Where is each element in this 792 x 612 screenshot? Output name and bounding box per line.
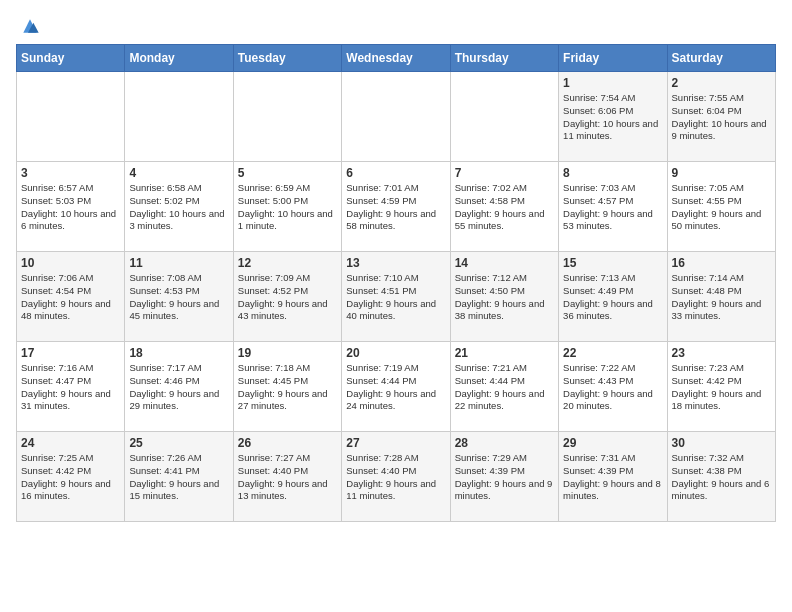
day-header-wednesday: Wednesday (342, 45, 450, 72)
day-number: 21 (455, 346, 554, 360)
day-info: Sunrise: 7:18 AM Sunset: 4:45 PM Dayligh… (238, 362, 337, 413)
day-number: 19 (238, 346, 337, 360)
day-cell: 22Sunrise: 7:22 AM Sunset: 4:43 PM Dayli… (559, 342, 667, 432)
day-info: Sunrise: 7:27 AM Sunset: 4:40 PM Dayligh… (238, 452, 337, 503)
week-row-3: 10Sunrise: 7:06 AM Sunset: 4:54 PM Dayli… (17, 252, 776, 342)
day-number: 30 (672, 436, 771, 450)
day-info: Sunrise: 7:32 AM Sunset: 4:38 PM Dayligh… (672, 452, 771, 503)
day-info: Sunrise: 7:10 AM Sunset: 4:51 PM Dayligh… (346, 272, 445, 323)
logo (16, 16, 40, 36)
day-info: Sunrise: 7:55 AM Sunset: 6:04 PM Dayligh… (672, 92, 771, 143)
calendar-header-row: SundayMondayTuesdayWednesdayThursdayFrid… (17, 45, 776, 72)
day-info: Sunrise: 7:29 AM Sunset: 4:39 PM Dayligh… (455, 452, 554, 503)
day-cell: 25Sunrise: 7:26 AM Sunset: 4:41 PM Dayli… (125, 432, 233, 522)
day-cell: 27Sunrise: 7:28 AM Sunset: 4:40 PM Dayli… (342, 432, 450, 522)
day-cell: 16Sunrise: 7:14 AM Sunset: 4:48 PM Dayli… (667, 252, 775, 342)
day-info: Sunrise: 6:58 AM Sunset: 5:02 PM Dayligh… (129, 182, 228, 233)
day-cell: 9Sunrise: 7:05 AM Sunset: 4:55 PM Daylig… (667, 162, 775, 252)
day-header-sunday: Sunday (17, 45, 125, 72)
day-info: Sunrise: 7:23 AM Sunset: 4:42 PM Dayligh… (672, 362, 771, 413)
day-header-thursday: Thursday (450, 45, 558, 72)
day-number: 16 (672, 256, 771, 270)
day-cell: 15Sunrise: 7:13 AM Sunset: 4:49 PM Dayli… (559, 252, 667, 342)
day-info: Sunrise: 7:08 AM Sunset: 4:53 PM Dayligh… (129, 272, 228, 323)
day-info: Sunrise: 7:22 AM Sunset: 4:43 PM Dayligh… (563, 362, 662, 413)
day-number: 10 (21, 256, 120, 270)
week-row-1: 1Sunrise: 7:54 AM Sunset: 6:06 PM Daylig… (17, 72, 776, 162)
day-cell: 7Sunrise: 7:02 AM Sunset: 4:58 PM Daylig… (450, 162, 558, 252)
day-cell: 10Sunrise: 7:06 AM Sunset: 4:54 PM Dayli… (17, 252, 125, 342)
day-info: Sunrise: 7:26 AM Sunset: 4:41 PM Dayligh… (129, 452, 228, 503)
day-cell (233, 72, 341, 162)
day-number: 25 (129, 436, 228, 450)
day-cell: 14Sunrise: 7:12 AM Sunset: 4:50 PM Dayli… (450, 252, 558, 342)
day-cell: 12Sunrise: 7:09 AM Sunset: 4:52 PM Dayli… (233, 252, 341, 342)
day-number: 14 (455, 256, 554, 270)
day-number: 28 (455, 436, 554, 450)
day-info: Sunrise: 7:13 AM Sunset: 4:49 PM Dayligh… (563, 272, 662, 323)
day-number: 13 (346, 256, 445, 270)
day-number: 2 (672, 76, 771, 90)
day-info: Sunrise: 7:14 AM Sunset: 4:48 PM Dayligh… (672, 272, 771, 323)
day-cell: 6Sunrise: 7:01 AM Sunset: 4:59 PM Daylig… (342, 162, 450, 252)
day-number: 6 (346, 166, 445, 180)
day-cell: 19Sunrise: 7:18 AM Sunset: 4:45 PM Dayli… (233, 342, 341, 432)
day-info: Sunrise: 7:06 AM Sunset: 4:54 PM Dayligh… (21, 272, 120, 323)
day-cell: 11Sunrise: 7:08 AM Sunset: 4:53 PM Dayli… (125, 252, 233, 342)
day-number: 24 (21, 436, 120, 450)
day-number: 4 (129, 166, 228, 180)
day-cell (17, 72, 125, 162)
day-number: 7 (455, 166, 554, 180)
day-number: 11 (129, 256, 228, 270)
day-number: 3 (21, 166, 120, 180)
day-number: 17 (21, 346, 120, 360)
day-number: 8 (563, 166, 662, 180)
day-info: Sunrise: 7:28 AM Sunset: 4:40 PM Dayligh… (346, 452, 445, 503)
day-number: 29 (563, 436, 662, 450)
day-info: Sunrise: 7:12 AM Sunset: 4:50 PM Dayligh… (455, 272, 554, 323)
day-number: 1 (563, 76, 662, 90)
day-info: Sunrise: 7:09 AM Sunset: 4:52 PM Dayligh… (238, 272, 337, 323)
day-cell: 20Sunrise: 7:19 AM Sunset: 4:44 PM Dayli… (342, 342, 450, 432)
day-cell (342, 72, 450, 162)
day-info: Sunrise: 7:31 AM Sunset: 4:39 PM Dayligh… (563, 452, 662, 503)
day-cell: 24Sunrise: 7:25 AM Sunset: 4:42 PM Dayli… (17, 432, 125, 522)
day-header-friday: Friday (559, 45, 667, 72)
day-number: 9 (672, 166, 771, 180)
day-cell: 21Sunrise: 7:21 AM Sunset: 4:44 PM Dayli… (450, 342, 558, 432)
day-number: 22 (563, 346, 662, 360)
day-header-tuesday: Tuesday (233, 45, 341, 72)
day-cell: 5Sunrise: 6:59 AM Sunset: 5:00 PM Daylig… (233, 162, 341, 252)
day-cell: 18Sunrise: 7:17 AM Sunset: 4:46 PM Dayli… (125, 342, 233, 432)
day-cell: 26Sunrise: 7:27 AM Sunset: 4:40 PM Dayli… (233, 432, 341, 522)
day-cell: 30Sunrise: 7:32 AM Sunset: 4:38 PM Dayli… (667, 432, 775, 522)
day-number: 12 (238, 256, 337, 270)
day-header-saturday: Saturday (667, 45, 775, 72)
day-cell: 1Sunrise: 7:54 AM Sunset: 6:06 PM Daylig… (559, 72, 667, 162)
day-number: 15 (563, 256, 662, 270)
day-info: Sunrise: 6:59 AM Sunset: 5:00 PM Dayligh… (238, 182, 337, 233)
day-number: 5 (238, 166, 337, 180)
day-cell: 8Sunrise: 7:03 AM Sunset: 4:57 PM Daylig… (559, 162, 667, 252)
day-number: 27 (346, 436, 445, 450)
day-cell: 2Sunrise: 7:55 AM Sunset: 6:04 PM Daylig… (667, 72, 775, 162)
day-header-monday: Monday (125, 45, 233, 72)
day-cell: 23Sunrise: 7:23 AM Sunset: 4:42 PM Dayli… (667, 342, 775, 432)
day-info: Sunrise: 7:17 AM Sunset: 4:46 PM Dayligh… (129, 362, 228, 413)
day-number: 23 (672, 346, 771, 360)
day-cell: 28Sunrise: 7:29 AM Sunset: 4:39 PM Dayli… (450, 432, 558, 522)
day-info: Sunrise: 7:19 AM Sunset: 4:44 PM Dayligh… (346, 362, 445, 413)
day-info: Sunrise: 7:02 AM Sunset: 4:58 PM Dayligh… (455, 182, 554, 233)
day-cell: 13Sunrise: 7:10 AM Sunset: 4:51 PM Dayli… (342, 252, 450, 342)
day-cell: 17Sunrise: 7:16 AM Sunset: 4:47 PM Dayli… (17, 342, 125, 432)
day-number: 18 (129, 346, 228, 360)
week-row-2: 3Sunrise: 6:57 AM Sunset: 5:03 PM Daylig… (17, 162, 776, 252)
day-cell: 29Sunrise: 7:31 AM Sunset: 4:39 PM Dayli… (559, 432, 667, 522)
day-info: Sunrise: 7:54 AM Sunset: 6:06 PM Dayligh… (563, 92, 662, 143)
calendar-table: SundayMondayTuesdayWednesdayThursdayFrid… (16, 44, 776, 522)
day-info: Sunrise: 7:25 AM Sunset: 4:42 PM Dayligh… (21, 452, 120, 503)
logo-icon (20, 16, 40, 36)
week-row-5: 24Sunrise: 7:25 AM Sunset: 4:42 PM Dayli… (17, 432, 776, 522)
day-info: Sunrise: 6:57 AM Sunset: 5:03 PM Dayligh… (21, 182, 120, 233)
day-info: Sunrise: 7:01 AM Sunset: 4:59 PM Dayligh… (346, 182, 445, 233)
